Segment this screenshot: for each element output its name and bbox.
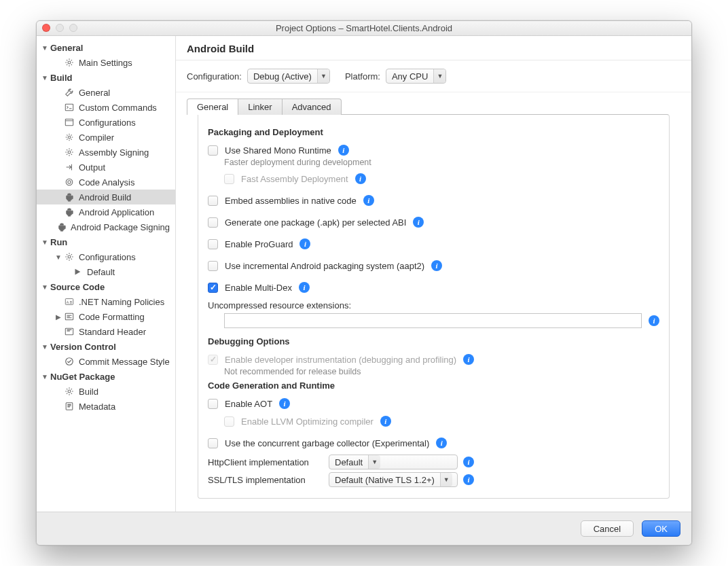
target-icon [64,177,75,188]
disclosure-down-icon[interactable]: ▼ [41,373,49,380]
disclosure-down-icon[interactable]: ▼ [41,44,49,52]
info-icon[interactable] [380,416,391,427]
info-icon[interactable] [463,457,474,467]
use_shared_mono-checkbox[interactable] [208,145,218,156]
ssltls-dropdown[interactable]: Default (Native TLS 1.2+) ▼ [329,472,458,487]
info-icon[interactable] [299,238,310,249]
info-icon[interactable] [413,217,424,228]
sidebar-item-label: Main Settings [79,58,132,68]
sidebar-item-compiler[interactable]: Compiler [37,130,175,145]
uncompressed-extensions-input[interactable] [224,313,642,328]
sidebar-item-main-settings[interactable]: Main Settings [37,55,175,70]
sidebar-item-output[interactable]: Output [37,160,175,175]
sidebar-item-general[interactable]: ▼General [37,40,175,55]
disclosure-down-icon[interactable]: ▼ [41,74,49,82]
sidebar-item-build[interactable]: ▼Build [37,70,175,85]
tab-linker[interactable]: Linker [238,99,282,115]
sidebar-item-android-build[interactable]: Android Build [37,190,175,204]
platform-value: Any CPU [392,71,428,82]
tab-panel-general: Packaging and Deployment Use Shared Mono… [198,114,670,499]
info-icon[interactable] [463,474,474,485]
sidebar-item-label: .NET Naming Policies [79,297,164,307]
sidebar-item-run[interactable]: ▼Run [37,234,175,249]
sidebar-item--net-naming-policies[interactable]: A.B.NET Naming Policies [37,294,175,309]
window-icon [64,117,75,128]
one_apk_per_abi-checkbox[interactable] [208,217,218,228]
info-icon[interactable] [363,195,374,206]
use_shared_mono-hint: Faster deployment during development [208,158,659,167]
output-icon [64,162,75,173]
svg-rect-2 [65,119,73,126]
debugging-hint: Not recommended for release builds [208,367,659,376]
play-icon [72,266,83,277]
embed_native-label: Embed assemblies in native code [225,196,357,206]
disclosure-down-icon[interactable]: ▼ [41,283,49,291]
section-debugging-title: Debugging Options [208,336,659,346]
enable_proguard-checkbox[interactable] [208,239,218,249]
multidex-checkbox[interactable] [208,283,218,293]
tab-general[interactable]: General [187,99,238,115]
sidebar-item-version-control[interactable]: ▼Version Control [37,339,175,354]
chevron-down-icon: ▼ [433,69,445,83]
sidebar-item-standard-header[interactable]: Standard Header [37,324,175,339]
aapt2-checkbox[interactable] [208,261,218,271]
close-window-button[interactable] [42,24,50,32]
sidebar-item-metadata[interactable]: Metadata [37,399,175,414]
sidebar-item-label: Code Formatting [79,312,145,322]
ok-button[interactable]: OK [642,520,680,537]
disclosure-down-icon[interactable]: ▼ [41,238,49,246]
use_shared_mono-label: Use Shared Mono Runtime [225,145,331,156]
disclosure-right-icon[interactable]: ▶ [54,313,62,321]
sidebar-item-android-application[interactable]: Android Application [37,204,175,219]
sidebar-item-nuget-package[interactable]: ▼NuGet Package [37,369,175,384]
sidebar-item-code-analysis[interactable]: Code Analysis [37,175,175,190]
sidebar-item-configurations[interactable]: ▼Configurations [37,249,175,264]
sidebar-item-label: Version Control [50,342,116,352]
info-icon[interactable] [299,282,310,293]
zoom-window-button[interactable] [69,24,77,32]
sidebar-item-general[interactable]: General [37,85,175,100]
titlebar: Project Options – SmartHotel.Clients.And… [37,21,691,36]
info-icon[interactable] [279,398,290,409]
dialog-footer: Cancel OK [37,512,691,545]
svg-rect-1 [65,104,73,111]
aot-checkbox[interactable] [208,399,218,409]
info-icon[interactable] [431,260,442,271]
enable_proguard-label: Enable ProGuard [225,239,293,249]
terminal-icon [64,102,75,113]
sidebar-item-assembly-signing[interactable]: Assembly Signing [37,145,175,160]
sidebar-item-default[interactable]: Default [37,264,175,279]
sidebar-item-custom-commands[interactable]: Custom Commands [37,100,175,115]
disclosure-down-icon[interactable]: ▼ [41,343,49,351]
project-options-window: Project Options – SmartHotel.Clients.And… [36,20,692,546]
sidebar-item-build[interactable]: Build [37,384,175,399]
info-icon[interactable] [436,438,447,448]
multidex-label: Enable Multi-Dex [225,283,292,293]
sidebar-item-source-code[interactable]: ▼Source Code [37,279,175,294]
svg-point-4 [68,151,71,154]
gear-icon [64,147,75,158]
sidebar-item-android-package-signing[interactable]: Android Package Signing [37,219,175,234]
sidebar-item-code-formatting[interactable]: ▶Code Formatting [37,309,175,324]
cancel-button[interactable]: Cancel [581,520,634,537]
configuration-dropdown[interactable]: Debug (Active) ▼ [247,69,330,84]
platform-label: Platform: [345,71,380,82]
disclosure-down-icon[interactable]: ▼ [54,253,62,261]
svg-point-6 [68,181,71,183]
sidebar-item-label: Configurations [79,252,136,262]
info-icon[interactable] [355,173,366,184]
sidebar-item-commit-message-style[interactable]: Commit Message Style [37,354,175,369]
info-icon[interactable] [338,145,349,156]
concurrent_gc-label: Use the concurrent garbage collector (Ex… [225,438,429,448]
platform-dropdown[interactable]: Any CPU ▼ [386,69,446,84]
concurrent_gc-checkbox[interactable] [208,438,218,448]
minimize-window-button[interactable] [56,24,64,32]
httpclient-dropdown[interactable]: Default ▼ [329,455,458,469]
info-icon[interactable] [463,354,474,365]
embed_native-checkbox[interactable] [208,196,218,206]
sidebar-item-label: General [79,88,110,98]
tab-advanced[interactable]: Advanced [282,99,342,115]
info-icon[interactable] [649,315,659,326]
sidebar-item-configurations[interactable]: Configurations [37,115,175,130]
svg-point-0 [68,61,71,64]
